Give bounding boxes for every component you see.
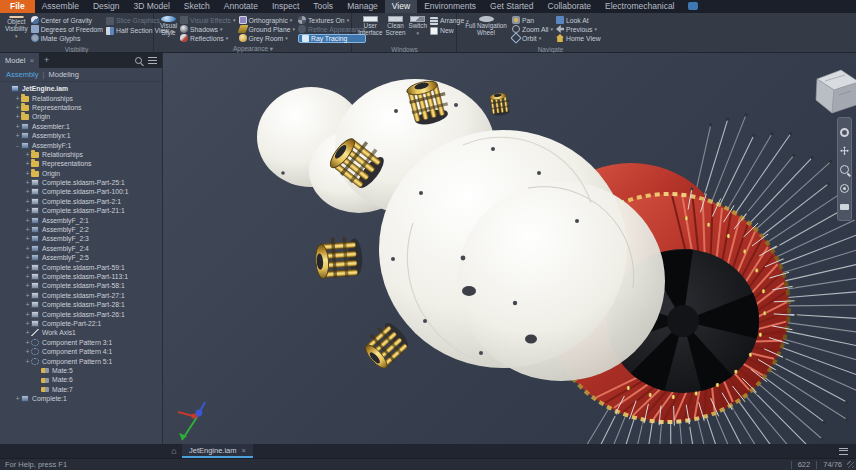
- tree-toggle-icon[interactable]: +: [24, 160, 31, 167]
- visual-style-button[interactable]: Visual Style: [160, 15, 177, 37]
- document-tab-jetengine[interactable]: JetEngine.iam ×: [182, 444, 253, 458]
- tree-item[interactable]: Mate:7: [0, 385, 162, 394]
- tree-toggle-icon[interactable]: +: [24, 188, 31, 195]
- tree-toggle-icon[interactable]: +: [24, 235, 31, 242]
- tree-toggle-icon[interactable]: +: [24, 329, 31, 336]
- tab-inspect[interactable]: Inspect: [265, 0, 306, 13]
- user-interface-button[interactable]: User Interface: [358, 15, 383, 37]
- tree-item[interactable]: +Relationships: [0, 93, 162, 102]
- tree-toggle-icon[interactable]: +: [24, 170, 31, 177]
- tree-item[interactable]: -AssemblyF:1: [0, 140, 162, 149]
- orbit-button[interactable]: Orbit ▾: [512, 34, 553, 42]
- tree-item[interactable]: +AssemblyF_2:1: [0, 215, 162, 224]
- tab-tools[interactable]: Tools: [306, 0, 340, 13]
- full-navigation-wheel-button[interactable]: Full Navigation Wheel: [463, 15, 509, 37]
- tree-item[interactable]: +Work Axis1: [0, 328, 162, 337]
- tree-item[interactable]: +Complete.sldasm-Part-21:1: [0, 206, 162, 215]
- grey-room-dropdown[interactable]: Grey Room ▾: [239, 34, 295, 42]
- tab-assemble[interactable]: Assemble: [35, 0, 86, 13]
- zoom-all-button[interactable]: Zoom All ▾: [512, 25, 553, 33]
- touch-pad-icon[interactable]: [840, 204, 849, 210]
- previous-view-button[interactable]: Previous ▾: [556, 25, 601, 33]
- clean-screen-button[interactable]: Clean Screen: [386, 15, 406, 37]
- tab-manage[interactable]: Manage: [340, 0, 385, 13]
- tree-item[interactable]: +Assembler:1: [0, 122, 162, 131]
- tree-item[interactable]: +Origin: [0, 112, 162, 121]
- close-icon[interactable]: ×: [242, 446, 246, 455]
- tree-toggle-icon[interactable]: +: [24, 320, 31, 327]
- tree-toggle-icon[interactable]: +: [24, 282, 31, 289]
- tab-design[interactable]: Design: [86, 0, 126, 13]
- switch-button[interactable]: Switch ▾: [408, 15, 427, 37]
- pan-icon[interactable]: [840, 146, 849, 155]
- tree-item[interactable]: +Complete-Part-22:1: [0, 319, 162, 328]
- tree-item[interactable]: +Complete.sldasm-Part-2:1: [0, 197, 162, 206]
- tree-item[interactable]: +Assemblyx:1: [0, 131, 162, 140]
- add-browser-tab-button[interactable]: +: [39, 53, 54, 68]
- tree-toggle-icon[interactable]: +: [14, 395, 21, 402]
- tree-toggle-icon[interactable]: +: [24, 264, 31, 271]
- tree-toggle-icon[interactable]: +: [14, 95, 21, 102]
- imate-glyphs-button[interactable]: iMate Glyphs: [31, 34, 103, 42]
- tree-item[interactable]: +Complete:1: [0, 394, 162, 403]
- tree-toggle-icon[interactable]: +: [14, 123, 21, 130]
- tab-electromechanical[interactable]: Electromechanical: [598, 0, 681, 13]
- tree-toggle-icon[interactable]: +: [24, 254, 31, 261]
- tree-item[interactable]: +AssemblyF_2:2: [0, 225, 162, 234]
- close-icon[interactable]: ×: [29, 53, 34, 68]
- home-view-button[interactable]: Home View: [556, 34, 601, 42]
- tab-environments[interactable]: Environments: [417, 0, 483, 13]
- view-cube[interactable]: [816, 70, 856, 113]
- tree-toggle-icon[interactable]: +: [24, 348, 31, 355]
- tab-strip-extra-icon[interactable]: [688, 2, 698, 10]
- tree-toggle-icon[interactable]: +: [24, 339, 31, 346]
- look-at-button[interactable]: Look At: [556, 16, 601, 24]
- tree-item[interactable]: +Representations: [0, 159, 162, 168]
- tab-assembly[interactable]: Assembly: [6, 70, 39, 79]
- tree-item[interactable]: +Origin: [0, 169, 162, 178]
- tree-item[interactable]: +AssemblyF_2:4: [0, 244, 162, 253]
- tab-annotate[interactable]: Annotate: [217, 0, 265, 13]
- tree-item[interactable]: +AssemblyF_2:3: [0, 234, 162, 243]
- tree-item[interactable]: +Component Pattern 5:1: [0, 356, 162, 365]
- tree-item[interactable]: +Complete.sldasm-Part-27:1: [0, 291, 162, 300]
- tree-toggle-icon[interactable]: +: [24, 226, 31, 233]
- tree-item[interactable]: +AssemblyF_2:5: [0, 253, 162, 262]
- resize-grip[interactable]: [847, 461, 854, 468]
- tab-collaborate[interactable]: Collaborate: [541, 0, 598, 13]
- tree-item[interactable]: +Complete.sldasm-Part-58:1: [0, 281, 162, 290]
- tab-3d-model[interactable]: 3D Model: [126, 0, 176, 13]
- tree-toggle-icon[interactable]: +: [24, 151, 31, 158]
- tree-item[interactable]: Mate:5: [0, 366, 162, 375]
- reflections-button[interactable]: Reflections ▾: [180, 34, 235, 42]
- tree-toggle-icon[interactable]: +: [24, 198, 31, 205]
- tree-toggle-icon[interactable]: +: [24, 311, 31, 318]
- center-of-gravity-button[interactable]: Center of Gravity: [31, 16, 103, 24]
- tree-toggle-icon[interactable]: +: [24, 207, 31, 214]
- zoom-icon[interactable]: [840, 165, 849, 174]
- shadows-button[interactable]: Shadows ▾: [180, 25, 235, 33]
- tab-sketch[interactable]: Sketch: [177, 0, 217, 13]
- tree-item[interactable]: Mate:6: [0, 375, 162, 384]
- tree-item[interactable]: +Component Pattern 3:1: [0, 338, 162, 347]
- tree-item[interactable]: +Complete.sldasm-Part-28:1: [0, 300, 162, 309]
- browser-menu-icon[interactable]: [148, 57, 157, 64]
- tree-item[interactable]: +Relationships: [0, 150, 162, 159]
- tree-toggle-icon[interactable]: +: [14, 104, 21, 111]
- tree-toggle-icon[interactable]: +: [24, 217, 31, 224]
- tab-get-started[interactable]: Get Started: [483, 0, 540, 13]
- tree-item[interactable]: JetEngine.iam: [0, 84, 162, 93]
- tree-item[interactable]: +Complete.sldasm-Part-59:1: [0, 262, 162, 271]
- pan-button[interactable]: Pan: [512, 16, 553, 24]
- tree-toggle-icon[interactable]: +: [24, 179, 31, 186]
- tree-toggle-icon[interactable]: +: [24, 273, 31, 280]
- tree-item[interactable]: +Complete.sldasm-Part-26:1: [0, 309, 162, 318]
- ground-plane-button[interactable]: Ground Plane ▾: [239, 25, 295, 33]
- tab-modeling[interactable]: Modeling: [48, 70, 78, 79]
- tree-toggle-icon[interactable]: +: [24, 292, 31, 299]
- home-tab-icon[interactable]: ⌂: [166, 444, 182, 458]
- viewport-canvas[interactable]: [163, 53, 856, 444]
- tree-item[interactable]: +Complete.sldasm-Part-100:1: [0, 187, 162, 196]
- tree-toggle-icon[interactable]: +: [14, 113, 21, 120]
- tree-toggle-icon[interactable]: +: [24, 301, 31, 308]
